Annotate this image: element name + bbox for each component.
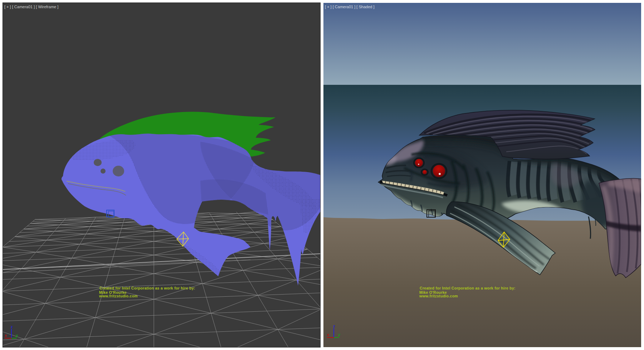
svg-text:y: y <box>16 333 18 337</box>
svg-text:x: x <box>5 333 7 337</box>
svg-text:z: z <box>11 325 13 329</box>
svg-text:www.fritzstudio.com: www.fritzstudio.com <box>99 294 138 298</box>
svg-text:x: x <box>327 332 330 337</box>
svg-text:Created for Intel Corporation: Created for Intel Corporation as a work … <box>99 286 195 290</box>
svg-text:www.fritzstudio.com: www.fritzstudio.com <box>419 294 458 298</box>
svg-text:Created for Intel Corporation: Created for Intel Corporation as a work … <box>420 286 516 290</box>
svg-text:y: y <box>338 332 341 337</box>
svg-text:z: z <box>333 324 335 328</box>
